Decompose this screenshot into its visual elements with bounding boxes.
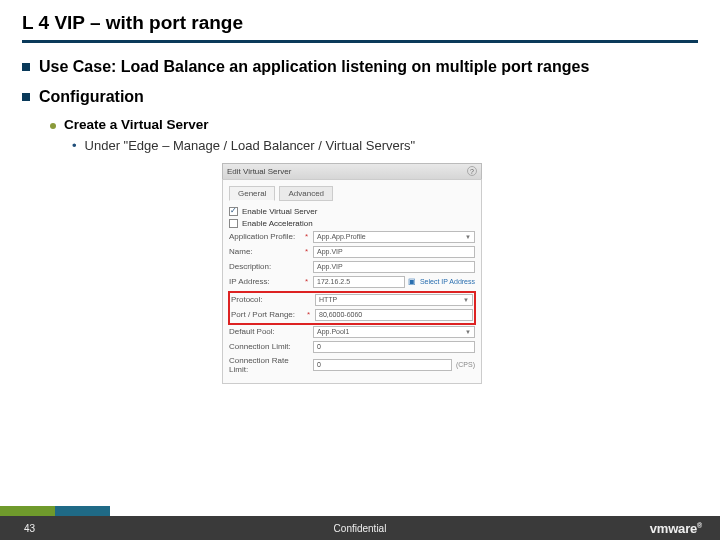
row-name: Name: * App.VIP: [229, 246, 475, 258]
dialog-title: Edit Virtual Server: [227, 167, 291, 176]
conn-limit-input[interactable]: 0: [313, 341, 475, 353]
field-label: Port / Port Range:: [231, 310, 307, 319]
port-input[interactable]: 80,6000-6060: [315, 309, 473, 321]
app-profile-select[interactable]: App.App.Profile ▼: [313, 231, 475, 243]
confidential-label: Confidential: [334, 523, 387, 534]
field-label: Name:: [229, 247, 305, 256]
row-port: Port / Port Range: * 80,6000-6060: [231, 309, 473, 321]
row-ip: IP Address: * 172.16.2.5 ▣ Select IP Add…: [229, 276, 475, 288]
row-protocol: Protocol: HTTP ▼: [231, 294, 473, 306]
checkbox-icon[interactable]: [229, 207, 238, 216]
checkbox-label: Enable Acceleration: [242, 219, 313, 228]
page-title: L 4 VIP – with port range: [22, 12, 698, 38]
dialog-screenshot: Edit Virtual Server ? General Advanced E…: [222, 163, 482, 384]
name-input[interactable]: App.VIP: [313, 246, 475, 258]
field-label: IP Address:: [229, 277, 305, 286]
field-label: Application Profile:: [229, 232, 305, 241]
required-icon: *: [305, 247, 313, 256]
dialog-body: General Advanced Enable Virtual Server E…: [222, 179, 482, 384]
field-label: Connection Limit:: [229, 342, 305, 351]
field-value: HTTP: [319, 296, 337, 303]
square-bullet-icon: [22, 63, 30, 71]
bullet-text: Configuration: [39, 87, 144, 107]
required-icon: *: [305, 232, 313, 241]
title-rule: [22, 40, 698, 43]
dialog-titlebar: Edit Virtual Server ?: [222, 163, 482, 179]
checkbox-enable-vs[interactable]: Enable Virtual Server: [229, 207, 475, 216]
required-icon: *: [307, 310, 315, 319]
chevron-down-icon: ▼: [465, 329, 471, 335]
sub2-bullet-under: • Under "Edge – Manage / Load Balancer /…: [72, 138, 698, 155]
field-label: Connection Rate Limit:: [229, 356, 305, 374]
help-icon[interactable]: ?: [467, 166, 477, 176]
field-value: App.App.Profile: [317, 233, 366, 240]
pool-select[interactable]: App.Pool1 ▼: [313, 326, 475, 338]
field-label: Protocol:: [231, 295, 307, 304]
tab-general[interactable]: General: [229, 186, 275, 201]
cps-hint: (CPS): [456, 361, 475, 368]
sub2-bullet-text: Under "Edge – Manage / Load Balancer / V…: [85, 138, 416, 153]
footer-bar: 43 Confidential vmware®: [0, 516, 720, 540]
dot-bullet-icon: [50, 123, 56, 129]
checkbox-enable-acc[interactable]: Enable Acceleration: [229, 219, 475, 228]
ip-picker-icon[interactable]: ▣: [408, 277, 416, 286]
accent-bar-green: [0, 506, 55, 516]
row-conn-limit: Connection Limit: 0: [229, 341, 475, 353]
bullet-usecase: Use Case: Load Balance an application li…: [22, 57, 698, 77]
select-ip-link[interactable]: Select IP Address: [420, 278, 475, 285]
row-conn-rate: Connection Rate Limit: 0 (CPS): [229, 356, 475, 374]
field-label: Default Pool:: [229, 327, 305, 336]
ip-input[interactable]: 172.16.2.5: [313, 276, 405, 288]
tabs: General Advanced: [229, 186, 475, 201]
sub-bullet-create: Create a Virtual Server: [50, 117, 698, 132]
row-pool: Default Pool: App.Pool1 ▼: [229, 326, 475, 338]
protocol-select[interactable]: HTTP ▼: [315, 294, 473, 306]
required-icon: *: [305, 277, 313, 286]
checkbox-icon[interactable]: [229, 219, 238, 228]
row-description: Description: App.VIP: [229, 261, 475, 273]
bullet-text: Use Case: Load Balance an application li…: [39, 57, 589, 77]
field-label: Description:: [229, 262, 305, 271]
accent-bar-teal: [55, 506, 110, 516]
conn-rate-input[interactable]: 0: [313, 359, 452, 371]
dot-bullet-icon: •: [72, 138, 77, 155]
checkbox-label: Enable Virtual Server: [242, 207, 317, 216]
row-app-profile: Application Profile: * App.App.Profile ▼: [229, 231, 475, 243]
sub-bullet-text: Create a Virtual Server: [64, 117, 209, 132]
tab-advanced[interactable]: Advanced: [279, 186, 333, 201]
square-bullet-icon: [22, 93, 30, 101]
page-number: 43: [24, 523, 35, 534]
chevron-down-icon: ▼: [465, 234, 471, 240]
highlight-box: Protocol: HTTP ▼ Port / Port Range: * 80…: [228, 291, 476, 325]
chevron-down-icon: ▼: [463, 297, 469, 303]
vmware-logo: vmware®: [650, 521, 702, 536]
bullet-config: Configuration: [22, 87, 698, 107]
description-input[interactable]: App.VIP: [313, 261, 475, 273]
field-value: App.Pool1: [317, 328, 349, 335]
